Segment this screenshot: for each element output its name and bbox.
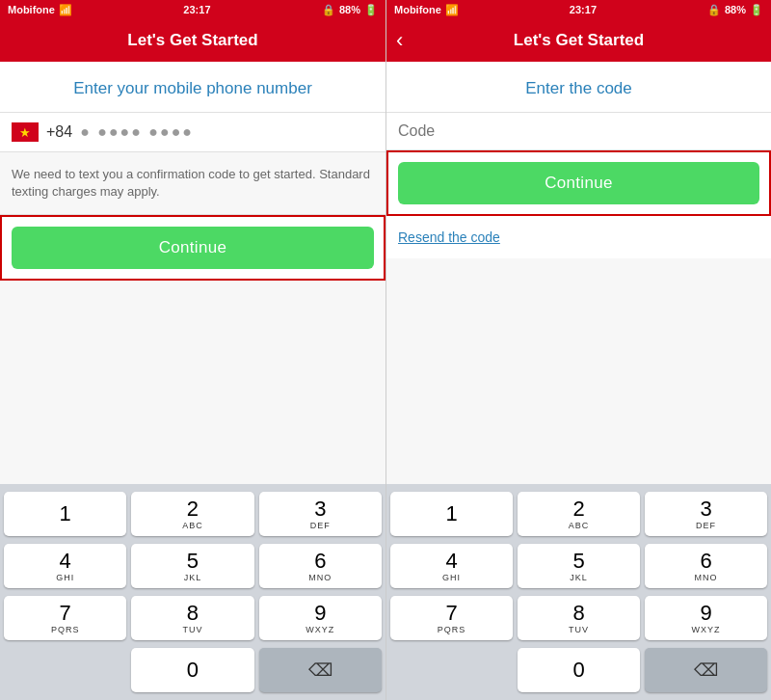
right-nav-title: Let's Get Started xyxy=(514,31,644,50)
key-empty-right xyxy=(390,648,513,692)
left-heading: Enter your mobile phone number xyxy=(0,62,386,112)
key-3-right[interactable]: 3 DEF xyxy=(645,492,767,536)
key-7-right[interactable]: 7 PQRS xyxy=(390,596,513,640)
key-9-right[interactable]: 9 WXYZ xyxy=(645,596,767,640)
carrier-left: Mobifone xyxy=(8,4,55,15)
key-1-left[interactable]: 1 xyxy=(4,492,126,536)
left-nav-title: Let's Get Started xyxy=(127,31,257,50)
flag-star: ★ xyxy=(19,125,31,140)
right-status-right: 🔒 88% 🔋 xyxy=(707,4,763,16)
key-8-left[interactable]: 8 TUV xyxy=(131,596,253,640)
time-right: 23:17 xyxy=(570,4,597,15)
right-status-bar: Mobifone 📶 23:17 🔒 88% 🔋 xyxy=(386,0,771,19)
country-code: +84 xyxy=(46,123,72,141)
key-4-right[interactable]: 4 GHI xyxy=(390,544,513,588)
key-7-left[interactable]: 7 PQRS xyxy=(4,596,126,640)
right-heading: Enter the code xyxy=(386,62,771,112)
key-0-left[interactable]: 0 xyxy=(131,648,253,692)
delete-key-right[interactable]: ⌫ xyxy=(645,648,767,692)
phone-input-row[interactable]: ★ +84 ● ●●●● ●●●● xyxy=(0,112,386,152)
left-panel: Mobifone 📶 23:17 🔒 88% 🔋 Let's Get Start… xyxy=(0,0,386,700)
wifi-icon-left: 📶 xyxy=(59,4,72,16)
left-status-left: Mobifone 📶 xyxy=(8,4,72,16)
left-status-right: 🔒 88% 🔋 xyxy=(322,4,378,16)
left-continue-wrapper: Continue xyxy=(0,215,386,281)
left-continue-button[interactable]: Continue xyxy=(12,227,374,269)
back-button[interactable]: ‹ xyxy=(396,28,403,53)
left-keyboard: 1 2 ABC 3 DEF 4 GHI 5 JKL 6 MNO xyxy=(0,484,386,700)
code-input[interactable] xyxy=(398,122,759,140)
key-6-left[interactable]: 6 MNO xyxy=(259,544,382,588)
battery-left: 88% xyxy=(339,4,360,15)
lock-icon-right: 🔒 xyxy=(707,4,721,16)
lock-icon-left: 🔒 xyxy=(322,4,335,16)
left-key-row-3: 7 PQRS 8 TUV 9 WXYZ xyxy=(4,596,382,640)
battery-right: 88% xyxy=(725,4,746,15)
key-4-left[interactable]: 4 GHI xyxy=(4,544,126,588)
right-key-row-1: 1 2 ABC 3 DEF xyxy=(390,492,767,536)
battery-icon-left: 🔋 xyxy=(364,4,378,16)
vietnam-flag-icon: ★ xyxy=(12,122,39,142)
left-key-row-1: 1 2 ABC 3 DEF xyxy=(4,492,382,536)
resend-link[interactable]: Resend the code xyxy=(386,216,771,258)
left-key-row-2: 4 GHI 5 JKL 6 MNO xyxy=(4,544,382,588)
key-2-right[interactable]: 2 ABC xyxy=(518,492,640,536)
key-9-left[interactable]: 9 WXYZ xyxy=(259,596,382,640)
left-empty-space xyxy=(0,281,386,484)
left-key-row-4: 0 ⌫ xyxy=(4,648,382,692)
right-key-row-4: 0 ⌫ xyxy=(390,648,767,692)
right-status-left: Mobifone 📶 xyxy=(394,4,459,16)
phone-number-masked[interactable]: ● ●●●● ●●●● xyxy=(80,123,194,141)
battery-icon-right: 🔋 xyxy=(750,4,763,16)
key-1-right[interactable]: 1 xyxy=(390,492,513,536)
left-nav-bar: Let's Get Started xyxy=(0,19,386,62)
left-status-bar: Mobifone 📶 23:17 🔒 88% 🔋 xyxy=(0,0,386,19)
key-8-right[interactable]: 8 TUV xyxy=(518,596,640,640)
key-3-left[interactable]: 3 DEF xyxy=(259,492,382,536)
right-key-row-2: 4 GHI 5 JKL 6 MNO xyxy=(390,544,767,588)
key-5-right[interactable]: 5 JKL xyxy=(518,544,640,588)
key-6-right[interactable]: 6 MNO xyxy=(645,544,767,588)
left-content: Enter your mobile phone number ★ +84 ● ●… xyxy=(0,62,386,484)
time-left: 23:17 xyxy=(183,4,210,15)
wifi-icon-right: 📶 xyxy=(445,4,459,16)
right-content: Enter the code Continue Resend the code xyxy=(386,62,771,484)
right-continue-button[interactable]: Continue xyxy=(398,162,759,204)
carrier-right: Mobifone xyxy=(394,4,441,15)
delete-key-left[interactable]: ⌫ xyxy=(259,648,382,692)
right-panel: Mobifone 📶 23:17 🔒 88% 🔋 ‹ Let's Get Sta… xyxy=(386,0,771,700)
key-5-left[interactable]: 5 JKL xyxy=(131,544,253,588)
right-nav-bar: ‹ Let's Get Started xyxy=(386,19,771,62)
right-empty-space xyxy=(386,258,771,484)
right-continue-wrapper: Continue xyxy=(386,150,771,216)
code-input-row[interactable] xyxy=(386,112,771,150)
key-empty-left xyxy=(4,648,126,692)
key-2-left[interactable]: 2 ABC xyxy=(131,492,253,536)
key-0-right[interactable]: 0 xyxy=(518,648,640,692)
right-keyboard: 1 2 ABC 3 DEF 4 GHI 5 JKL 6 MNO xyxy=(386,484,771,700)
right-key-row-3: 7 PQRS 8 TUV 9 WXYZ xyxy=(390,596,767,640)
info-text: We need to text you a confirmation code … xyxy=(0,152,386,215)
